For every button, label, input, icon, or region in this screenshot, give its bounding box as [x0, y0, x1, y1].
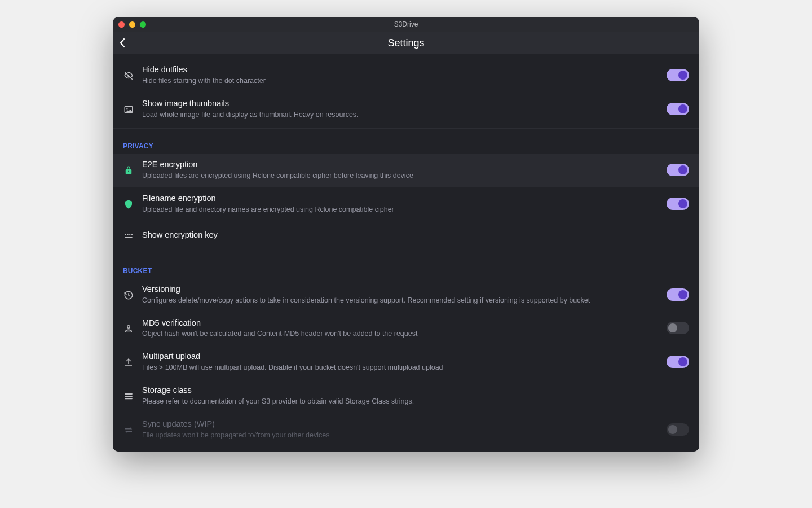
e2e-encryption-toggle[interactable] — [667, 164, 689, 176]
svg-point-2 — [125, 234, 126, 235]
filename-encryption-row: Filename encryption Uploaded file and di… — [113, 187, 699, 221]
window-title: S3Drive — [394, 20, 418, 28]
e2e-encryption-row: E2E encryption Uploaded files are encryp… — [113, 154, 699, 187]
show-thumbnails-row: Show image thumbnails Load whole image f… — [113, 93, 699, 126]
app-window: S3Drive Settings Hide dotfiles Hide file… — [113, 17, 699, 452]
bucket-section-header: BUCKET — [113, 259, 699, 278]
settings-content: Hide dotfiles Hide files starting with t… — [113, 54, 699, 452]
row-body: Multipart upload Files > 100MB will use … — [142, 351, 659, 373]
row-subtitle: Configures delete/move/copy actions to t… — [142, 296, 659, 305]
md5-verification-toggle[interactable] — [667, 322, 689, 334]
storage-icon — [123, 391, 134, 401]
row-title: Multipart upload — [142, 351, 659, 362]
svg-rect-10 — [125, 398, 133, 399]
close-window-button[interactable] — [118, 21, 125, 28]
svg-point-4 — [129, 234, 130, 235]
row-title: Sync updates (WIP) — [142, 419, 659, 430]
filename-encryption-toggle[interactable] — [667, 198, 689, 210]
back-button[interactable] — [120, 38, 125, 48]
minimize-window-button[interactable] — [129, 21, 135, 28]
row-title: Hide dotfiles — [142, 64, 659, 75]
svg-point-5 — [131, 234, 133, 235]
page-header: Settings — [113, 32, 699, 54]
show-encryption-key-row[interactable]: Show encryption key — [113, 221, 699, 251]
fingerprint-icon — [123, 323, 134, 334]
image-icon — [123, 104, 134, 115]
row-body: Storage class Please refer to documentat… — [142, 385, 689, 406]
sync-updates-toggle — [667, 423, 689, 436]
titlebar: S3Drive — [113, 17, 699, 32]
row-body: Filename encryption Uploaded file and di… — [142, 193, 659, 214]
row-title: MD5 verification — [142, 318, 659, 329]
svg-rect-6 — [125, 237, 133, 238]
multipart-upload-toggle[interactable] — [667, 356, 689, 368]
row-body: Sync updates (WIP) File updates won't be… — [142, 419, 659, 440]
lock-plus-icon — [123, 165, 134, 176]
svg-point-1 — [126, 108, 127, 109]
row-subtitle: Please refer to documentation of your S3… — [142, 397, 689, 406]
eye-off-icon — [123, 71, 134, 81]
row-title: Filename encryption — [142, 193, 659, 204]
show-thumbnails-toggle[interactable] — [667, 103, 689, 115]
row-subtitle: Load whole image file and display as thu… — [142, 110, 659, 120]
sync-icon — [123, 425, 134, 435]
row-body: Show encryption key — [142, 230, 689, 240]
window-controls — [118, 21, 146, 28]
privacy-section-header: PRIVACY — [113, 134, 699, 154]
row-subtitle: Uploaded file and directory names are en… — [142, 205, 659, 214]
md5-verification-row: MD5 verification Object hash won't be ca… — [113, 312, 699, 346]
row-body: Hide dotfiles Hide files starting with t… — [142, 64, 659, 86]
shield-icon — [123, 199, 134, 209]
chevron-left-icon — [120, 38, 125, 48]
row-body: E2E encryption Uploaded files are encryp… — [142, 159, 659, 181]
history-icon — [123, 290, 134, 300]
row-subtitle: File updates won't be propagated to/from… — [142, 431, 659, 440]
multipart-upload-row: Multipart upload Files > 100MB will use … — [113, 345, 699, 379]
svg-rect-8 — [125, 393, 133, 395]
row-title: Show image thumbnails — [142, 98, 659, 109]
row-title: E2E encryption — [142, 159, 659, 170]
hide-dotfiles-toggle[interactable] — [667, 69, 689, 81]
row-subtitle: Object hash won't be calculated and Cont… — [142, 329, 659, 339]
row-subtitle: Hide files starting with the dot charact… — [142, 76, 659, 86]
row-body: Versioning Configures delete/move/copy a… — [142, 284, 659, 305]
upload-icon — [123, 357, 134, 367]
sync-updates-row: Sync updates (WIP) File updates won't be… — [113, 413, 699, 447]
password-dots-icon — [123, 231, 134, 241]
maximize-window-button[interactable] — [140, 21, 146, 28]
row-subtitle: Files > 100MB will use multipart upload.… — [142, 363, 659, 373]
versioning-row: Versioning Configures delete/move/copy a… — [113, 278, 699, 312]
row-body: MD5 verification Object hash won't be ca… — [142, 318, 659, 339]
row-title: Show encryption key — [142, 230, 689, 240]
row-body: Show image thumbnails Load whole image f… — [142, 98, 659, 120]
hide-dotfiles-row: Hide dotfiles Hide files starting with t… — [113, 59, 699, 93]
svg-point-3 — [127, 234, 128, 235]
row-subtitle: Uploaded files are encrypted using Rclon… — [142, 171, 659, 181]
page-title: Settings — [387, 37, 424, 49]
svg-rect-9 — [125, 396, 133, 397]
row-title: Storage class — [142, 385, 689, 396]
versioning-toggle[interactable] — [667, 288, 689, 301]
svg-point-7 — [127, 326, 130, 329]
row-title: Versioning — [142, 284, 659, 295]
storage-class-row[interactable]: Storage class Please refer to documentat… — [113, 379, 699, 413]
